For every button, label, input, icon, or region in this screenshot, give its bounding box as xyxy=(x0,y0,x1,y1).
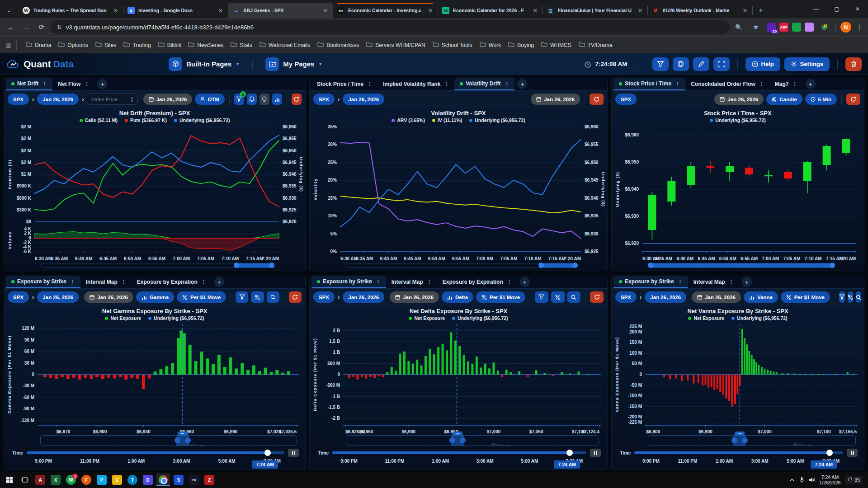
jan-26-2026-pill[interactable]: Jan 26, 2026 xyxy=(531,94,580,105)
bookmark-folder-2[interactable]: Optoons xyxy=(55,40,91,50)
taskbar-tradingview[interactable]: TV xyxy=(187,474,201,486)
time-slider-track[interactable] xyxy=(332,451,586,454)
jan-26-2026-pill[interactable]: Jan 26, 2026 xyxy=(37,291,79,303)
tab-menu-icon[interactable]: ⋮ xyxy=(84,81,89,87)
scrollbar-knob-left[interactable] xyxy=(234,263,239,268)
browser-tab-2[interactable]: ≡Investing - Google Docs✕ xyxy=(123,3,228,18)
funnel-button[interactable] xyxy=(236,291,248,303)
site-settings-icon[interactable]: ⇅ xyxy=(57,24,61,30)
spinner-icon[interactable]: ▲▼ xyxy=(130,96,134,103)
new-tab-button[interactable]: + xyxy=(754,4,768,17)
jan-26-2026-pill[interactable]: Jan 26, 2026 xyxy=(714,94,764,105)
funnel-button[interactable]: 2 xyxy=(234,94,244,105)
panel-tab-volatility-drift[interactable]: Volatility Drift⋮ xyxy=(454,78,514,90)
tab-close-icon[interactable]: ✕ xyxy=(112,7,119,14)
spx-pill[interactable]: SPX xyxy=(8,94,29,105)
magnifier-button[interactable] xyxy=(856,291,861,303)
bookmark-folder-12[interactable]: Work xyxy=(476,40,505,50)
scrollbar-track[interactable] xyxy=(648,263,835,268)
scrollbar-knob-left[interactable] xyxy=(538,263,544,268)
otm-pill[interactable]: OTM xyxy=(195,94,225,105)
taskbar-clock[interactable]: 7:24 AM 1/26/2026 xyxy=(820,474,841,485)
tray-expand-icon[interactable] xyxy=(789,478,795,482)
bookmark-folder-4[interactable]: Trading xyxy=(120,40,154,50)
bookmark-folder-15[interactable]: TV/Drama xyxy=(575,40,616,50)
panel-tab-implied-volatility-rank[interactable]: Implied Volatility Rank⋮ xyxy=(377,78,454,90)
tab-menu-icon[interactable]: ⋮ xyxy=(376,279,381,285)
refresh-button[interactable] xyxy=(590,291,604,303)
notification-center[interactable]: 35 xyxy=(845,476,863,484)
range-grip-tab[interactable]: ▪▪▪ xyxy=(178,432,188,436)
tab-menu-icon[interactable]: ⋮ xyxy=(444,81,449,87)
refresh-button[interactable] xyxy=(846,94,860,105)
minimize-button[interactable]: — xyxy=(806,0,826,18)
bookmark-star-icon[interactable]: ★ xyxy=(750,21,762,33)
nav-built-in-pages[interactable]: Built-In Pages▼ xyxy=(169,57,240,71)
jan-26-2026-pill[interactable]: Jan 26, 2026 xyxy=(84,291,133,303)
magnifier-button[interactable] xyxy=(267,291,279,303)
range-grip-tab[interactable]: ▪▪▪ xyxy=(735,432,745,436)
jan-26-2026-pill[interactable]: Jan 26, 2026 xyxy=(37,94,79,105)
strike-range-selector[interactable]: ▪▪▪ xyxy=(346,435,599,446)
percent-button[interactable] xyxy=(551,291,565,303)
bookmark-folder-9[interactable]: Bookmarksss xyxy=(314,40,363,50)
panel-tab-net-drift[interactable]: Net Drift⋮ xyxy=(6,78,52,90)
browser-tab-1[interactable]: WTrading Rules – The Spread Boo✕ xyxy=(18,3,123,18)
time-slider-knob[interactable] xyxy=(826,450,833,456)
microphone-icon[interactable] xyxy=(799,477,804,483)
percent-button[interactable] xyxy=(251,291,264,303)
per-1-move-pill[interactable]: Per $1 Move xyxy=(781,291,830,303)
bookmark-folder-8[interactable]: Webnovel Emails xyxy=(256,40,314,50)
fullscreen-button[interactable] xyxy=(713,57,730,71)
tab-menu-icon[interactable]: ⋮ xyxy=(70,279,75,285)
refresh-button[interactable] xyxy=(590,94,604,105)
bookmark-folder-3[interactable]: Sites xyxy=(92,40,120,50)
tab-menu-icon[interactable]: ⋮ xyxy=(42,81,47,87)
scrollbar-handle[interactable] xyxy=(236,263,273,267)
gamma-pill[interactable]: Gamma xyxy=(136,291,174,303)
time-slider-track[interactable] xyxy=(634,451,843,454)
bookmark-folder-10[interactable]: Servers WHM/CPAN xyxy=(363,40,429,50)
taskbar-photos-app[interactable]: P xyxy=(95,474,108,486)
tab-close-icon[interactable]: ✕ xyxy=(741,7,749,14)
taskbar-file-explorer[interactable]: E xyxy=(110,474,124,486)
pause-button[interactable] xyxy=(288,449,299,457)
taskbar-start[interactable] xyxy=(3,474,16,486)
browser-tab-5[interactable]: FBEconomic Calendar for 2026 - F✕ xyxy=(438,3,542,18)
taskbar-telegram[interactable]: T xyxy=(126,474,139,486)
add-tab-button[interactable]: + xyxy=(97,79,107,89)
scrollbar-knob-left[interactable] xyxy=(648,263,653,268)
bookmark-folder-1[interactable]: Drama xyxy=(22,40,55,50)
panel-tab-consolidated-order-flow[interactable]: Consolidated Order Flow⋮ xyxy=(685,78,769,90)
jan-26-2026-pill[interactable]: Jan 26, 2026 xyxy=(143,94,193,105)
jan-26-2026-pill[interactable]: Jan 26, 2026 xyxy=(343,94,384,105)
chart-button[interactable] xyxy=(272,94,282,105)
browser-tab-4[interactable]: InvEconomic Calendar - Investing.c✕ xyxy=(333,3,438,18)
tab-menu-icon[interactable]: ⋮ xyxy=(507,279,512,285)
taskbar-firefox[interactable]: F xyxy=(80,474,93,486)
taskbar-capture-app[interactable]: Z xyxy=(203,474,216,486)
close-window-button[interactable]: ✕ xyxy=(847,0,868,18)
back-icon[interactable]: ← xyxy=(5,21,17,33)
address-bar[interactable]: ⇅ v3.quantdata.us/page/custom/d74ba5f4-e… xyxy=(51,20,730,34)
purple-extension-icon[interactable]: 10 xyxy=(767,23,776,32)
scrollbar-handle[interactable] xyxy=(541,263,576,267)
tab-menu-icon[interactable]: ⋮ xyxy=(675,81,680,87)
taskbar-task-view[interactable] xyxy=(18,474,32,486)
refresh-button[interactable] xyxy=(289,291,302,303)
bookmark-folder-13[interactable]: Buying xyxy=(505,40,538,50)
add-tab-button[interactable]: + xyxy=(520,277,530,287)
refresh-button[interactable] xyxy=(292,94,302,105)
tab-menu-icon[interactable]: ⋮ xyxy=(427,279,432,285)
taskbar-discord[interactable]: D xyxy=(141,474,155,486)
forward-icon[interactable]: → xyxy=(20,21,33,33)
trash-button[interactable] xyxy=(845,57,862,71)
funnel-button[interactable] xyxy=(535,291,548,303)
strike-price-input[interactable]: Strike Price▲▼ xyxy=(87,94,137,105)
download-manager-icon[interactable] xyxy=(792,23,801,32)
tab-menu-icon[interactable]: ⋮ xyxy=(678,279,683,285)
per-1-move-pill[interactable]: Per $1 Move xyxy=(177,291,226,303)
spx-pill[interactable]: SPX xyxy=(313,291,335,303)
scrollbar-handle[interactable] xyxy=(650,263,833,267)
bulb-button[interactable] xyxy=(259,94,269,105)
